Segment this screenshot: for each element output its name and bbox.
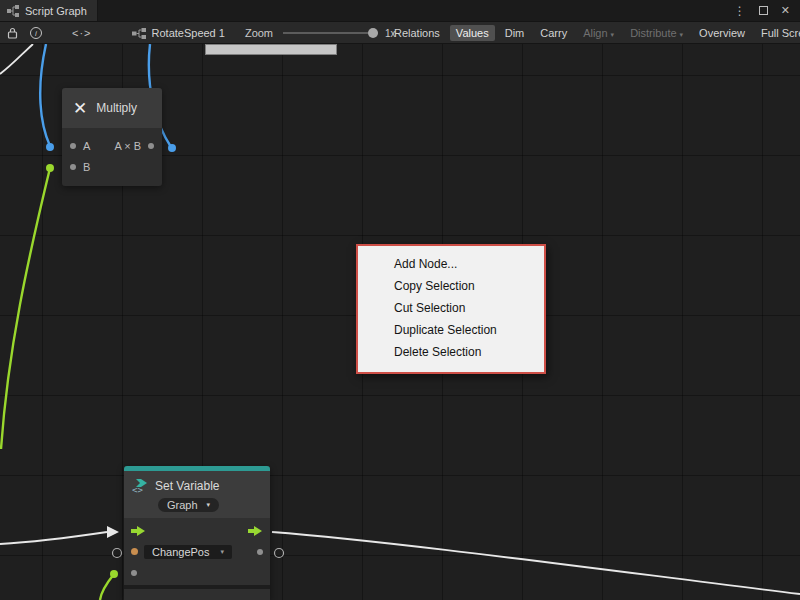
flow-arrowhead-icon [107,526,119,538]
graph-breadcrumb[interactable]: RotateSpeed 1 [132,27,225,39]
breadcrumb-label: RotateSpeed 1 [152,27,225,39]
set-variable-body: ChangePos ▾ [124,518,270,585]
menu-item-copy-selection[interactable]: Copy Selection [358,275,544,297]
zoom-label: Zoom [245,27,273,39]
flow-input-port[interactable] [131,525,146,537]
align-button[interactable]: Align▾ [577,25,620,41]
green-endpoint-dot-b[interactable] [46,164,54,172]
overview-button[interactable]: Overview [693,25,751,41]
fullscreen-button[interactable]: Full Screen [755,25,800,41]
set-variable-icon: <> [132,478,148,494]
wire-blue-input-a[interactable] [40,44,50,146]
node-footer-section [124,589,270,600]
variable-name-dropdown[interactable]: ChangePos ▾ [144,545,232,559]
graph-tab-icon [7,5,19,17]
value-input-row [124,562,270,583]
multiply-node-title: Multiply [96,101,137,115]
flow-output-port[interactable] [248,525,263,537]
port-circle-left[interactable] [113,549,122,558]
toolbar: i <·> RotateSpeed 1 Zoom 1x Relations [0,22,800,44]
variable-scope-dropdown[interactable]: Graph ▾ [158,498,219,512]
chevron-down-icon: ▾ [680,31,684,38]
menu-item-add-node[interactable]: Add Node... [358,253,544,275]
set-variable-header[interactable]: <> Set Variable Graph ▾ [124,471,270,518]
distribute-button[interactable]: Distribute▾ [624,25,689,41]
flow-row [124,520,270,541]
values-button[interactable]: Values [450,25,495,41]
menu-item-duplicate-selection[interactable]: Duplicate Selection [358,319,544,341]
chevron-down-icon: ▾ [207,501,211,509]
toolbar-buttons: Relations Values Dim Carry Align▾ Distri… [388,22,800,44]
wire-green-bottom[interactable] [100,574,114,600]
multiply-row-a: A A × B [62,135,162,156]
variable-name-port[interactable] [131,548,138,555]
zoom-slider-track [283,32,378,34]
port-a-label: A [83,140,90,152]
tab-label: Script Graph [25,5,87,17]
multiply-node-header[interactable]: ✕ Multiply [62,88,162,128]
info-icon[interactable]: i [30,27,42,39]
relations-button[interactable]: Relations [388,25,446,41]
zoom-slider-thumb[interactable] [368,28,378,38]
input-port-a[interactable] [70,143,76,149]
window-menu-icon[interactable]: ⋮ [734,5,746,17]
variable-row: ChangePos ▾ [124,541,270,562]
chevron-down-icon: ▾ [221,548,225,556]
toolbar-left: i <·> RotateSpeed 1 Zoom 1x [0,22,396,44]
dim-button[interactable]: Dim [499,25,531,41]
summary-field[interactable] [205,44,337,55]
set-variable-title: Set Variable [155,479,219,493]
wire-white-top-left[interactable] [0,44,33,74]
node-set-variable[interactable]: <> Set Variable Graph ▾ [124,466,270,600]
chevron-down-icon: ▾ [611,31,615,38]
blue-endpoint-dot-out[interactable] [168,144,176,152]
graph-canvas[interactable]: ✕ Multiply A A × B B Add Node... Copy Se… [0,44,800,600]
multiply-icon: ✕ [73,100,87,117]
port-b-label: B [83,161,90,173]
close-icon[interactable]: ✕ [781,5,790,16]
set-variable-title-row: <> Set Variable [132,477,262,495]
input-port-b[interactable] [70,164,76,170]
context-menu: Add Node... Copy Selection Cut Selection… [356,244,546,374]
svg-text:<>: <> [132,485,143,494]
lock-icon[interactable] [7,27,18,39]
graph-breadcrumb-icon [132,28,146,39]
carry-button[interactable]: Carry [534,25,573,41]
node-multiply[interactable]: ✕ Multiply A A × B B [62,88,162,186]
tab-script-graph[interactable]: Script Graph [0,0,98,21]
maximize-icon[interactable] [759,6,768,15]
script-graph-window: Script Graph ⋮ ✕ i <·> [0,0,800,600]
value-input-port[interactable] [131,570,137,576]
wire-white-flow-in[interactable] [0,532,107,544]
port-circle-right[interactable] [275,549,284,558]
window-controls: ⋮ ✕ [734,0,800,21]
menu-item-cut-selection[interactable]: Cut Selection [358,297,544,319]
wire-green-input-b[interactable] [1,168,50,449]
zoom-slider[interactable] [283,27,378,39]
menu-item-delete-selection[interactable]: Delete Selection [358,341,544,363]
code-preview-icon[interactable]: <·> [72,27,92,39]
blue-endpoint-dot-a[interactable] [46,143,54,151]
wire-white-flow-out[interactable] [272,532,800,594]
titlebar: Script Graph ⋮ ✕ [0,0,800,22]
green-endpoint-dot[interactable] [110,570,118,578]
value-output-port[interactable] [257,549,263,555]
port-out-label: A × B [114,140,141,152]
multiply-row-b: B [62,156,162,177]
output-port[interactable] [148,143,154,149]
multiply-node-body: A A × B B [62,128,162,186]
